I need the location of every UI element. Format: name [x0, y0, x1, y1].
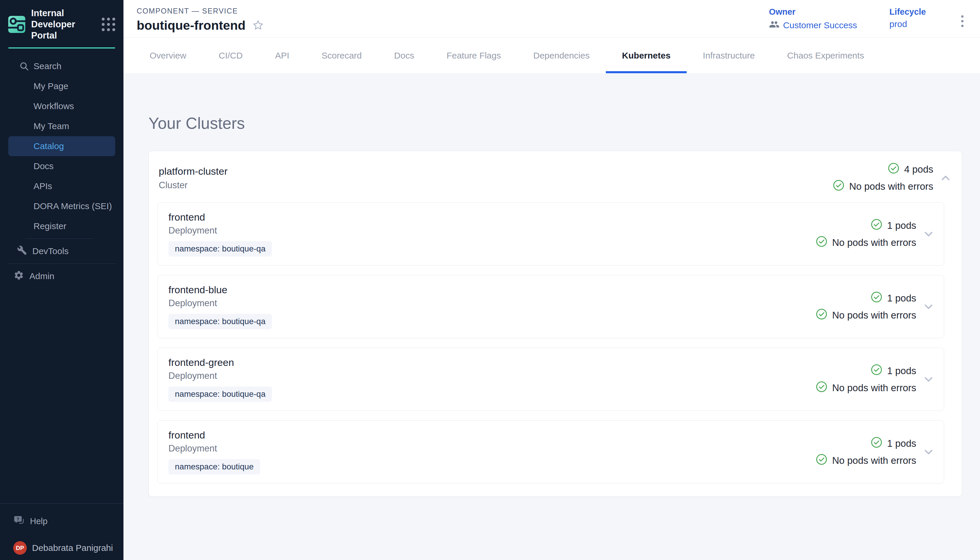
kubernetes-tab-content: Your Clusters platform-cluster Cluster	[123, 73, 980, 560]
chevron-down-icon[interactable]	[922, 228, 935, 241]
owner-label: Owner	[769, 7, 857, 17]
workload-list: frontend Deployment namespace: boutique-…	[149, 202, 962, 497]
chevron-down-icon[interactable]	[922, 446, 935, 458]
owner-value: Customer Success	[783, 20, 857, 30]
sidebar-item-search[interactable]: Search	[8, 56, 115, 76]
check-circle-icon	[870, 364, 882, 378]
divider	[25, 238, 93, 239]
owner-link[interactable]: Customer Success	[769, 19, 857, 32]
tab-kubernetes[interactable]: Kubernetes	[606, 38, 687, 73]
sidebar-item-catalog[interactable]: Catalog	[8, 136, 115, 156]
main-area: COMPONENT — SERVICE boutique-frontend Ow…	[123, 0, 980, 560]
workload-type: Deployment	[168, 371, 272, 381]
sidebar-item-label: DORA Metrics (SEI)	[33, 201, 112, 211]
workload-card: frontend-green Deployment namespace: bou…	[158, 348, 944, 411]
sidebar-item-label: My Page	[33, 81, 68, 91]
workload-type: Deployment	[168, 298, 272, 308]
tab-overview[interactable]: Overview	[133, 38, 203, 73]
workload-type: Deployment	[168, 443, 260, 454]
cluster-pods-count: 4 pods	[904, 164, 933, 175]
sidebar-item-label: Workflows	[33, 101, 74, 111]
sidebar-item-help[interactable]: ? Help	[0, 511, 123, 531]
sidebar-item-label: Register	[33, 221, 66, 231]
cluster-type: Cluster	[159, 180, 228, 191]
user-avatar: DP	[13, 541, 27, 555]
sidebar-item-devtools[interactable]: DevTools	[0, 241, 123, 261]
tab-label: Dependencies	[533, 51, 590, 61]
check-circle-icon	[816, 381, 827, 395]
sidebar-item-my-page[interactable]: My Page	[8, 76, 115, 96]
check-circle-icon	[816, 308, 827, 322]
check-circle-icon	[870, 437, 882, 451]
workload-errors-status: No pods with errors	[832, 237, 916, 248]
app-logo-icon[interactable]	[8, 16, 25, 33]
cluster-card: platform-cluster Cluster 4 pods	[148, 151, 962, 497]
tab-dependencies[interactable]: Dependencies	[517, 38, 606, 73]
people-icon	[769, 19, 779, 32]
tab-chaos-experiments[interactable]: Chaos Experiments	[771, 38, 880, 73]
sidebar-item-label: APIs	[33, 181, 52, 191]
section-heading: Your Clusters	[148, 114, 980, 133]
chevron-up-icon[interactable]	[939, 172, 952, 184]
sidebar-item-apis[interactable]: APIs	[8, 176, 115, 196]
workload-card: frontend Deployment namespace: boutique …	[158, 420, 944, 483]
check-circle-icon	[870, 218, 882, 233]
workload-type: Deployment	[168, 225, 272, 236]
tab-label: Chaos Experiments	[787, 51, 864, 61]
namespace-chip: namespace: boutique-qa	[168, 241, 272, 257]
sidebar-nav: Search My Page Workflows My Team Catalog…	[0, 56, 123, 236]
namespace-chip: namespace: boutique	[168, 459, 260, 474]
search-icon	[19, 61, 29, 72]
chevron-down-icon[interactable]	[922, 373, 935, 386]
cluster-name: platform-cluster	[159, 166, 228, 177]
entity-tabs: Overview CI/CD API Scorecard Docs Featur…	[123, 38, 980, 73]
workload-errors-status: No pods with errors	[832, 455, 916, 466]
sidebar-item-label: Search	[33, 61, 61, 71]
workload-card: frontend-blue Deployment namespace: bout…	[158, 275, 944, 338]
more-options-kebab-icon[interactable]	[958, 11, 967, 31]
page-title: boutique-frontend	[137, 18, 246, 33]
sidebar-item-register[interactable]: Register	[8, 216, 115, 236]
sidebar-item-label: Catalog	[33, 141, 64, 151]
tab-label: Kubernetes	[622, 51, 671, 61]
workload-pods-count: 1 pods	[887, 365, 916, 377]
svg-text:?: ?	[17, 516, 19, 521]
tab-label: Overview	[149, 51, 186, 61]
tab-infrastructure[interactable]: Infrastructure	[687, 38, 771, 73]
check-circle-icon	[816, 453, 827, 468]
tab-feature-flags[interactable]: Feature Flags	[430, 38, 517, 73]
tab-ci-cd[interactable]: CI/CD	[203, 38, 259, 73]
wrench-icon	[17, 245, 27, 257]
workload-name: frontend	[168, 429, 260, 441]
divider	[0, 503, 123, 503]
sidebar-item-label: Docs	[33, 161, 53, 171]
namespace-chip: namespace: boutique-qa	[168, 387, 272, 402]
chevron-down-icon[interactable]	[922, 300, 935, 313]
tab-scorecard[interactable]: Scorecard	[306, 38, 378, 73]
sidebar-accent-divider	[8, 47, 115, 48]
check-circle-icon	[870, 291, 882, 305]
sidebar-item-dora-metrics-sei-[interactable]: DORA Metrics (SEI)	[8, 196, 115, 216]
namespace-chip: namespace: boutique-qa	[168, 314, 272, 329]
cluster-header[interactable]: platform-cluster Cluster 4 pods	[149, 151, 962, 202]
tab-label: Scorecard	[322, 51, 362, 61]
workload-name: frontend	[168, 212, 272, 223]
tab-api[interactable]: API	[259, 38, 306, 73]
workload-name: frontend-blue	[168, 284, 272, 296]
sidebar-item-admin[interactable]: Admin	[0, 266, 123, 286]
app-title: Internal Developer Portal	[31, 8, 96, 41]
tab-label: CI/CD	[219, 51, 243, 61]
workload-pods-count: 1 pods	[887, 220, 916, 231]
tab-docs[interactable]: Docs	[378, 38, 430, 73]
tab-label: Docs	[394, 51, 414, 61]
sidebar-item-label: My Team	[33, 121, 69, 131]
user-menu[interactable]: DP Debabrata Panigrahi	[0, 541, 123, 560]
favorite-star-icon[interactable]	[252, 19, 264, 32]
apps-grid-icon[interactable]	[102, 18, 115, 31]
sidebar-item-my-team[interactable]: My Team	[8, 116, 115, 136]
workload-errors-status: No pods with errors	[832, 310, 916, 321]
sidebar-item-docs[interactable]: Docs	[8, 156, 115, 176]
sidebar-item-workflows[interactable]: Workflows	[8, 96, 115, 116]
sidebar-item-label: DevTools	[32, 246, 68, 256]
lifecycle-label: Lifecycle	[889, 7, 926, 17]
